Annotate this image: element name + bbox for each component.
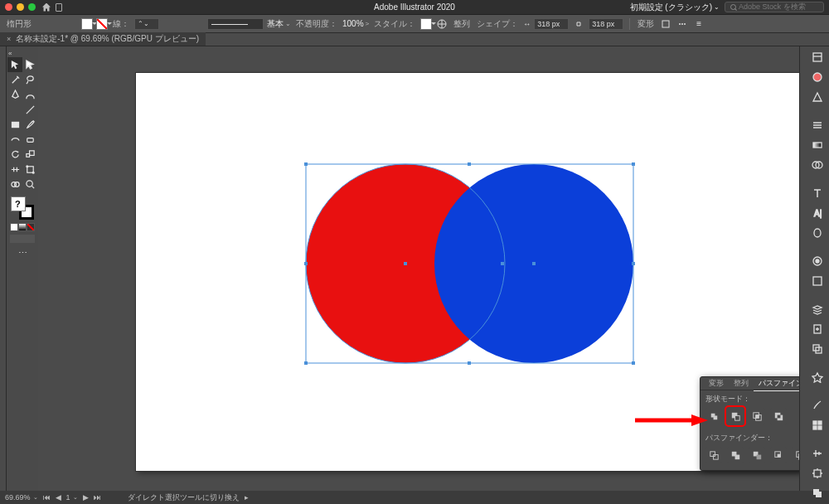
artboard-number-field[interactable]: 1⌄ <box>66 493 78 502</box>
graphic-styles-panel-icon[interactable] <box>811 275 824 287</box>
shape-builder-tool[interactable] <box>7 177 22 191</box>
type-tool[interactable] <box>7 102 22 117</box>
pathfinder-panel[interactable]: 変形 整列 パスファインダー » ≡ 形状モード： <box>700 376 799 471</box>
color-panel-icon[interactable] <box>811 71 824 83</box>
scale-tool[interactable] <box>22 147 37 162</box>
color-mode-icon[interactable] <box>10 223 18 231</box>
none-mode-icon[interactable] <box>27 223 35 231</box>
layers-panel-icon[interactable] <box>811 303 824 315</box>
magic-wand-tool[interactable] <box>7 72 22 87</box>
more-icon[interactable] <box>676 18 689 30</box>
shape-type-label: 楕円形 <box>7 18 32 30</box>
align-tab[interactable]: 整列 <box>729 376 754 390</box>
stroke-panel-icon[interactable] <box>811 119 824 131</box>
window-traffic-lights[interactable] <box>5 3 36 11</box>
transparency-panel-icon[interactable] <box>811 159 824 171</box>
draw-normal-icon[interactable] <box>10 235 18 243</box>
pathfinder-tab[interactable]: パスファインダー <box>754 376 799 391</box>
draw-inside-icon[interactable] <box>27 235 35 243</box>
properties-panel-icon[interactable] <box>811 51 824 63</box>
right-edge-gutter <box>799 46 806 491</box>
asset-export-panel-icon[interactable] <box>811 323 824 335</box>
shape-width-input[interactable]: 318 px <box>534 18 569 30</box>
stroke-style-dropdown[interactable]: 基本⌄ <box>267 18 291 30</box>
document-tab[interactable]: × 名称未設定-1* @ 69.69% (RGB/GPU プレビュー) <box>0 32 206 46</box>
align-label[interactable]: 整列 <box>453 18 470 30</box>
trim-button[interactable] <box>727 447 744 463</box>
symbols-panel-icon[interactable] <box>811 371 824 383</box>
home-icon[interactable] <box>42 3 51 12</box>
divide-button[interactable] <box>705 447 722 463</box>
graphic-style-swatch[interactable] <box>420 18 432 30</box>
canvas-area[interactable]: 変形 整列 パスファインダー » ≡ 形状モード： <box>38 46 799 491</box>
artboard-nav-last-icon[interactable]: ⏭ <box>94 493 101 502</box>
fill-stroke-control[interactable]: ? <box>9 196 36 220</box>
fill-color-icon[interactable]: ? <box>11 196 26 211</box>
shaper-tool[interactable] <box>7 132 22 147</box>
fill-swatch[interactable] <box>81 18 93 30</box>
appearance-panel-icon[interactable] <box>811 255 824 267</box>
stroke-weight-input[interactable]: ⌃⌄ <box>134 18 159 30</box>
search-icon <box>730 4 736 10</box>
artboard-nav-next-icon[interactable]: ▶ <box>83 493 89 502</box>
panel-menu-icon[interactable]: ≡ <box>692 18 705 30</box>
artboards-panel-icon[interactable] <box>811 343 824 355</box>
workspace-dropdown[interactable]: 初期設定 (クラシック) ⌄ <box>630 2 720 13</box>
color-guide-panel-icon[interactable] <box>811 91 824 103</box>
gradient-panel-icon[interactable] <box>811 139 824 151</box>
artboard-nav-prev-icon[interactable]: ◀ <box>56 493 61 502</box>
exclude-button[interactable] <box>770 408 787 424</box>
gradient-mode-icon[interactable] <box>18 223 27 231</box>
zoom-tool[interactable] <box>22 177 37 191</box>
close-window-icon[interactable] <box>5 3 12 11</box>
type-panel-icon[interactable] <box>811 187 824 199</box>
intersect-button[interactable] <box>749 408 765 424</box>
direct-selection-tool[interactable] <box>22 57 37 72</box>
align-panel-icon[interactable] <box>811 448 824 459</box>
brushes-panel-icon[interactable] <box>811 400 824 411</box>
opacity-input[interactable]: 100% > <box>342 19 369 28</box>
transform-panel-icon[interactable] <box>811 468 824 479</box>
merge-button[interactable] <box>749 447 765 463</box>
stock-search-input[interactable]: Adobe Stock を検索 <box>725 2 824 12</box>
isolate-icon[interactable] <box>659 18 672 30</box>
crop-button[interactable] <box>770 447 787 463</box>
pathfinder-panel-icon[interactable] <box>811 487 824 499</box>
minus-front-button[interactable] <box>727 408 744 424</box>
swatches-panel-icon[interactable] <box>811 419 824 431</box>
lasso-tool[interactable] <box>22 72 37 87</box>
zoom-field[interactable]: 69.69%⌄ <box>5 493 38 502</box>
stroke-swatch[interactable] <box>96 18 108 30</box>
rectangle-tool[interactable] <box>7 117 22 132</box>
unite-button[interactable] <box>705 408 722 424</box>
collapse-tools-icon[interactable]: « <box>8 50 12 57</box>
line-tool[interactable] <box>22 102 37 117</box>
tool-hint-more-icon[interactable]: ▸ <box>245 493 249 502</box>
glyphs-panel-icon[interactable]: A| <box>811 207 824 219</box>
eraser-tool[interactable] <box>22 132 37 147</box>
document-icon[interactable] <box>56 3 62 12</box>
pen-tool[interactable] <box>7 87 22 102</box>
svg-rect-58 <box>813 277 822 285</box>
paintbrush-tool[interactable] <box>22 117 37 132</box>
draw-behind-icon[interactable] <box>18 235 27 243</box>
stroke-profile-dropdown[interactable] <box>207 18 264 30</box>
outline-button[interactable] <box>792 447 799 463</box>
maximize-window-icon[interactable] <box>28 3 36 11</box>
close-tab-icon[interactable]: × <box>7 35 11 43</box>
width-tool[interactable] <box>7 162 22 177</box>
transform-label[interactable]: 変形 <box>638 18 654 30</box>
rotate-tool[interactable] <box>7 147 22 162</box>
control-bar: 楕円形 線： ⌃⌄ 基本⌄ 不透明度： 100% > スタイル： 整列 シェイプ… <box>0 15 829 33</box>
curvature-tool[interactable] <box>22 87 37 102</box>
recolor-icon[interactable] <box>435 18 448 30</box>
edit-toolbar-icon[interactable]: ⋯ <box>18 248 27 259</box>
selection-tool[interactable] <box>7 57 22 72</box>
transform-tab[interactable]: 変形 <box>704 376 729 390</box>
opentype-panel-icon[interactable] <box>811 227 824 239</box>
free-transform-tool[interactable] <box>22 162 37 177</box>
artboard-nav-first-icon[interactable]: ⏮ <box>43 493 51 502</box>
link-wh-icon[interactable] <box>572 18 585 30</box>
shape-height-input[interactable]: 318 px <box>589 18 623 30</box>
minimize-window-icon[interactable] <box>17 3 24 11</box>
